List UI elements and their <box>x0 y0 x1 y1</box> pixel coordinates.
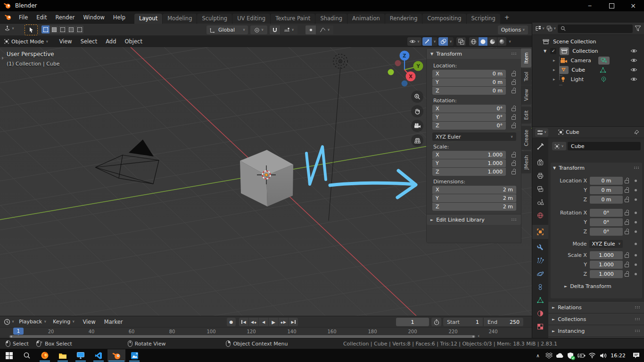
tab-material-properties[interactable] <box>532 307 548 320</box>
funnel-filter-icon[interactable] <box>635 25 641 32</box>
workspace-tab-layout[interactable]: Layout <box>134 14 162 24</box>
lock-icon[interactable] <box>512 80 516 85</box>
menu-edit[interactable]: Edit <box>32 14 51 21</box>
blender-menu-icon[interactable] <box>5 14 12 21</box>
camera-data-badge[interactable] <box>598 57 610 65</box>
object-id-browse-button[interactable]: ∨ <box>552 142 566 150</box>
taskbar-search-button[interactable] <box>18 349 36 362</box>
location-z-field[interactable]: Z0 m <box>432 87 506 95</box>
viewport-menu-add[interactable]: Add <box>101 38 120 45</box>
object-visibility-dropdown[interactable]: ∨ <box>407 37 421 46</box>
windows-security-icon[interactable] <box>565 349 576 362</box>
play-reverse-button[interactable]: ◀ <box>259 318 268 326</box>
n-panel-tab-item[interactable]: Item <box>521 49 531 67</box>
keyframe-dot[interactable] <box>635 221 637 223</box>
panel-relations[interactable]: ►Relations <box>548 301 644 313</box>
rotation-mode-dropdown[interactable]: XYZ Euler ∨ <box>432 132 516 141</box>
prop-rotation-z-field[interactable]: 0° <box>590 228 623 236</box>
taskbar-vscode[interactable] <box>90 349 107 362</box>
n-panel-tab-jmesh[interactable]: JMesh <box>521 151 531 173</box>
prop-location-y-field[interactable]: 0 m <box>590 186 623 194</box>
keyframe-dot[interactable] <box>635 180 637 182</box>
play-button[interactable]: ▶ <box>269 318 278 326</box>
viewport-menu-view[interactable]: View <box>55 38 76 45</box>
hide-eye-icon[interactable] <box>630 67 637 72</box>
properties-editor-type-button[interactable]: ∨ <box>535 128 548 137</box>
lock-icon[interactable] <box>625 178 629 183</box>
rotation-mode-dropdown[interactable]: XYZ Eule ∨ <box>589 240 623 248</box>
delta-transform-subpanel-header[interactable]: ► Delta Transform <box>564 283 640 289</box>
active-tool-select-box-button[interactable] <box>25 25 38 35</box>
transform-panel-header[interactable]: ▼ Transform <box>553 163 640 173</box>
lock-icon[interactable] <box>625 188 629 193</box>
shading-wireframe-button[interactable] <box>469 37 478 46</box>
menu-render[interactable]: Render <box>51 14 79 21</box>
select-mode-intersect-button[interactable] <box>75 25 83 33</box>
tab-physics-properties[interactable] <box>532 267 548 280</box>
keyframe-dot[interactable] <box>635 212 637 214</box>
orthographic-toggle-button[interactable] <box>411 134 423 147</box>
use-preview-range-button[interactable] <box>431 318 441 326</box>
show-gizmo-toggle[interactable] <box>422 37 432 46</box>
location-x-field[interactable]: X0 m <box>432 70 506 78</box>
edit-linked-library-panel-header[interactable]: ► Edit Linked Library <box>427 214 521 225</box>
workspace-tab-modeling[interactable]: Modeling <box>163 14 197 24</box>
workspace-tab-compositing[interactable]: Compositing <box>422 14 466 24</box>
prop-scale-x-field[interactable]: 1.000 <box>590 251 623 259</box>
frame-end-field[interactable]: End 250 <box>484 318 523 326</box>
workspace-tab-uv-editing[interactable]: UV Editing <box>232 14 270 24</box>
dimensions-y-field[interactable]: Y2 m <box>432 194 516 202</box>
battery-icon[interactable] <box>576 349 586 362</box>
prop-location-z-field[interactable]: 0 m <box>590 196 623 204</box>
proportional-edit-toggle[interactable] <box>305 25 316 34</box>
frame-start-field[interactable]: Start 1 <box>443 318 483 326</box>
jump-to-start-button[interactable]: ◀ <box>239 318 248 326</box>
navigation-axis-gizmo[interactable]: Z Y X <box>386 49 427 90</box>
expand-icon[interactable]: ▸ <box>553 77 555 82</box>
panel-drag-handle[interactable] <box>511 52 517 55</box>
taskbar-blender-active[interactable] <box>107 349 125 362</box>
hide-eye-icon[interactable] <box>630 77 637 82</box>
panel-drag-handle[interactable] <box>635 318 641 321</box>
keyframe-dot[interactable] <box>635 254 637 256</box>
auto-keying-record-button[interactable]: ● <box>227 318 236 326</box>
taskbar-clock[interactable]: 16:22 <box>609 349 627 362</box>
panel-drag-handle[interactable] <box>635 329 641 332</box>
keyframe-dot[interactable] <box>635 263 637 266</box>
camera-view-button[interactable] <box>411 120 423 132</box>
lock-icon[interactable] <box>512 115 516 120</box>
n-panel-tab-create[interactable]: Create <box>521 126 531 150</box>
workspace-tab-scripting[interactable]: Scripting <box>467 14 500 24</box>
dropbox-icon[interactable] <box>544 349 554 362</box>
n-panel-tab-view[interactable]: View <box>521 85 531 105</box>
panel-drag-handle[interactable] <box>511 218 517 221</box>
prev-keyframe-button[interactable]: ◀◆ <box>249 318 258 326</box>
lock-icon[interactable] <box>512 106 516 111</box>
viewport-menu-select[interactable]: Select <box>76 38 101 45</box>
tab-particles-properties[interactable] <box>532 254 548 267</box>
tab-constraints-properties[interactable] <box>532 280 548 294</box>
show-overlays-toggle[interactable] <box>438 37 448 46</box>
workspace-tab-rendering[interactable]: Rendering <box>385 14 422 24</box>
pivot-point-dropdown[interactable]: ∨ <box>250 25 267 34</box>
volume-icon[interactable] <box>598 349 608 362</box>
editor-type-button[interactable]: ∨ <box>4 25 14 32</box>
panel-instancing[interactable]: ►Instancing <box>548 325 644 337</box>
snap-toggle-button[interactable] <box>270 25 280 34</box>
gizmo-dropdown[interactable]: ∨ <box>432 37 438 46</box>
viewport-menu-object[interactable]: Object <box>120 38 146 45</box>
maximize-button[interactable] <box>601 3 622 8</box>
lock-icon[interactable] <box>512 152 516 157</box>
tab-view-layer-properties[interactable] <box>532 182 548 196</box>
lock-icon[interactable] <box>512 169 516 174</box>
toolbar-expand-chevron[interactable]: › <box>1 55 4 61</box>
current-frame-field[interactable]: 1 <box>396 318 429 326</box>
keyframe-dot[interactable] <box>635 243 637 245</box>
tab-texture-properties[interactable] <box>532 320 548 333</box>
tab-render-properties[interactable] <box>532 156 548 169</box>
lock-icon[interactable] <box>625 272 629 277</box>
options-button[interactable]: Options ∨ <box>498 25 528 34</box>
panel-collections[interactable]: ►Collections <box>548 313 644 325</box>
timeline-menu-marker[interactable]: Marker <box>100 319 127 325</box>
collection-expand-icon[interactable]: ▼ <box>544 49 546 53</box>
